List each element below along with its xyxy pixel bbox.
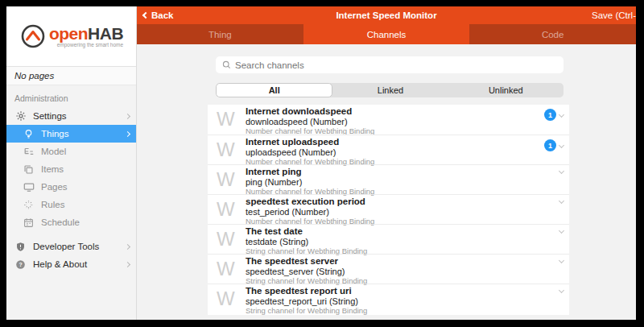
app-window: openHAB empowering the smart home No pag… [6,6,636,320]
logo-tagline: empowering the smart home [49,42,123,48]
top-navbar: Back Internet Speed Monitor Save (Ctrl- [137,6,636,24]
sidebar-item-developer-tools[interactable]: Developer Tools [6,238,136,255]
channel-row-downloadspeed[interactable]: W Internet downloadspeed downloadspeed (… [208,105,569,135]
sidebar-item-label: Help & About [33,259,126,269]
no-pages-label: No pages [6,66,136,85]
svg-text:?: ? [19,261,22,267]
channel-row-test-period[interactable]: W speedtest execution period test_period… [208,194,569,224]
channel-title: Internet uploadspeed [246,137,374,147]
channel-title: The speedtest report uri [246,286,367,296]
chevron-down-icon[interactable] [559,288,564,293]
sidebar-item-pages[interactable]: Pages [6,178,136,196]
sidebar-item-help-about[interactable]: ? Help & About [6,255,136,273]
chevron-down-icon[interactable] [559,258,564,263]
save-button[interactable]: Save (Ctrl- [592,6,636,24]
chevron-down-icon[interactable] [559,112,564,118]
filter-tab-linked[interactable]: Linked [332,83,448,97]
sidebar-item-label: Things [41,129,126,139]
chevron-down-icon[interactable] [559,168,564,174]
gear-icon [14,110,27,122]
channel-row-speedtest-server[interactable]: W The speedtest server speedtest_server … [208,254,569,284]
channel-title: speedtest execution period [246,197,374,207]
question-circle-icon: ? [14,259,27,271]
filter-tab-all[interactable]: All [216,83,332,97]
model-tree-icon [23,146,35,158]
chevron-right-icon [125,243,130,249]
shield-icon [14,241,27,253]
channel-id: downloadspeed (Number) [246,117,374,126]
channel-title: The speedtest server [246,256,367,267]
sidebar-item-label: Settings [33,111,126,121]
channel-description: String channel for Webthing Binding [246,306,367,315]
chevron-right-icon [125,113,130,118]
search-icon [222,60,231,69]
chevron-right-icon [125,130,130,136]
channel-avatar: W [217,228,235,250]
search-bar[interactable] [216,56,564,73]
channel-avatar: W [217,108,235,130]
filter-tab-unlinked[interactable]: Unlinked [448,83,564,97]
copy-icon [23,164,35,176]
linked-count-badge: 1 [544,139,556,151]
logo-wordmark: openHAB [49,26,123,42]
channel-avatar: W [217,258,235,280]
monitor-icon [23,181,35,193]
openhab-logo-icon [19,23,47,50]
channel-list: W Internet downloadspeed downloadspeed (… [208,105,569,315]
sparks-icon [23,199,35,211]
channel-id: speedtest_report_uri (String) [246,296,367,306]
lightbulb-icon [23,128,35,140]
sidebar-item-settings[interactable]: Settings [6,107,136,125]
channel-id: uploadspeed (Number) [246,147,374,157]
channel-title: Internet downloadspeed [246,106,374,117]
sidebar-item-model[interactable]: Model [6,143,136,160]
channel-id: testdate (String) [246,237,367,246]
page-title: Internet Speed Monitor [137,6,636,24]
channel-row-uploadspeed[interactable]: W Internet uploadspeed uploadspeed (Numb… [208,135,569,164]
channel-title: Internet ping [246,167,374,177]
filter-segmented-control: All Linked Unlinked [216,83,564,97]
search-input[interactable] [235,60,541,70]
tab-code[interactable]: Code [469,24,636,44]
channel-title: The test date [246,226,367,237]
sidebar-item-schedule[interactable]: Schedule [6,213,136,231]
linked-count-badge: 1 [544,109,556,121]
openhab-logo: openHAB empowering the smart home [6,6,136,66]
channel-row-speedtest-report-uri[interactable]: W The speedtest report uri speedtest_rep… [208,284,569,313]
channel-id: ping (Number) [246,177,374,187]
sidebar-item-label: Pages [41,182,130,192]
tab-bar: Thing Channels Code [137,24,636,44]
tab-channels[interactable]: Channels [303,24,470,44]
sidebar-item-label: Items [41,164,130,174]
sidebar-item-things[interactable]: Things [6,125,136,143]
menu-divider-gap [6,231,136,238]
sidebar-item-items[interactable]: Items [6,160,136,178]
chevron-down-icon[interactable] [559,198,564,204]
sidebar-item-label: Developer Tools [33,242,126,251]
sidebar-item-rules[interactable]: Rules [6,196,136,213]
channel-avatar: W [217,139,235,161]
chevron-down-icon[interactable] [559,228,564,234]
calendar-icon [23,217,35,229]
channel-avatar: W [217,288,235,310]
tab-thing[interactable]: Thing [137,24,303,44]
administration-section-label: Administration [6,86,136,107]
sidebar: openHAB empowering the smart home No pag… [6,6,137,320]
channels-content: All Linked Unlinked W Internet downloads… [137,44,636,320]
channel-avatar: W [217,198,235,221]
sidebar-menu: Administration Settings Things Mo [6,86,136,273]
chevron-right-icon [125,261,130,267]
sidebar-item-label: Schedule [41,217,130,227]
sidebar-item-label: Model [41,147,130,156]
channel-avatar: W [217,168,235,191]
channel-id: test_period (Number) [246,207,374,217]
channel-id: speedtest_server (String) [246,267,367,276]
chevron-down-icon[interactable] [559,143,564,148]
channel-row-testdate[interactable]: W The test date testdate (String) String… [208,224,569,254]
sidebar-item-label: Rules [41,200,130,209]
channel-row-ping[interactable]: W Internet ping ping (Number) Number cha… [208,164,569,194]
